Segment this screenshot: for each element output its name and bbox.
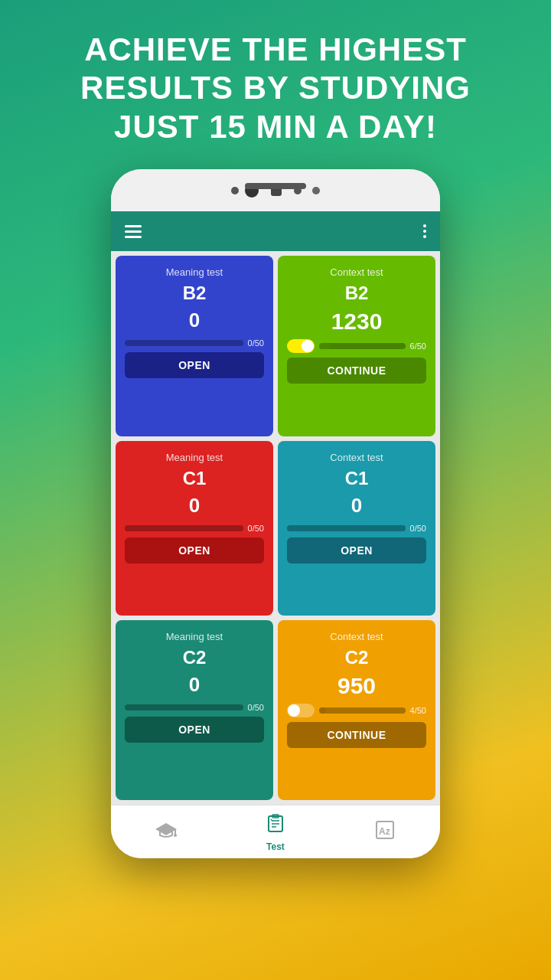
progress-bar-bg	[125, 704, 243, 710]
progress-text: 0/50	[248, 703, 264, 712]
card-score: 0	[351, 494, 362, 518]
continue-button-context-c2[interactable]: CONTINUE	[287, 722, 426, 748]
card-level: C1	[183, 468, 207, 489]
clipboard-list-icon	[265, 812, 286, 838]
card-meaning-c2: Meaning test C2 0 0/50 OPEN	[116, 620, 273, 800]
svg-marker-0	[155, 823, 177, 835]
progress-bar-bg	[319, 343, 406, 349]
card-score: 0	[189, 673, 200, 697]
card-label: Context test	[330, 266, 383, 278]
card-level: C1	[345, 468, 369, 489]
open-button-meaning-c1[interactable]: OPEN	[125, 537, 264, 564]
phone-frame: Meaning test B2 0 0/50 OPEN Context test…	[111, 169, 440, 858]
progress-bar-fill	[319, 707, 326, 714]
nav-label-test: Test	[266, 841, 285, 852]
headline: ACHIEVE THE HIGHEST RESULTS BY STUDYING …	[0, 0, 551, 169]
notch-bar	[245, 183, 306, 189]
card-context-c2: Context test C2 950 4/50 CONTINUE	[278, 620, 435, 800]
progress-text: 6/50	[410, 341, 426, 351]
card-score: 1230	[331, 309, 383, 335]
card-score: 950	[337, 673, 376, 699]
continue-button-context-b2[interactable]: CONTINUE	[287, 358, 426, 384]
az-icon: Az	[374, 819, 396, 845]
menu-button[interactable]	[125, 225, 142, 238]
side-dot	[312, 187, 320, 194]
toggle-knob	[302, 340, 314, 352]
nav-item-vocab[interactable]: Az	[359, 813, 411, 851]
toggle-container: 6/50	[287, 339, 426, 353]
open-button-meaning-b2[interactable]: OPEN	[125, 352, 264, 378]
dot-left	[231, 187, 239, 194]
card-score: 0	[189, 309, 200, 332]
more-button[interactable]	[423, 224, 426, 238]
card-meaning-c1: Meaning test C1 0 0/50 OPEN	[116, 441, 273, 616]
cards-container: Meaning test B2 0 0/50 OPEN Context test…	[111, 251, 440, 805]
toggle-switch[interactable]	[287, 704, 315, 717]
card-score: 0	[189, 494, 200, 518]
card-level: B2	[345, 283, 369, 304]
svg-line-8	[271, 819, 272, 821]
progress-text: 0/50	[248, 338, 264, 348]
svg-text:Az: Az	[379, 826, 390, 837]
progress-container: 0/50	[287, 524, 426, 533]
progress-container: 0/50	[125, 703, 264, 712]
card-meaning-b2: Meaning test B2 0 0/50 OPEN	[116, 256, 273, 436]
progress-container: 0/50	[125, 524, 264, 533]
card-level: C2	[183, 647, 207, 668]
phone-top-bar	[111, 169, 440, 211]
svg-point-2	[174, 834, 177, 837]
progress-text: 4/50	[410, 706, 426, 715]
card-label: Meaning test	[166, 452, 223, 463]
card-context-c1: Context test C1 0 0/50 OPEN	[278, 441, 435, 616]
card-context-b2: Context test B2 1230 6/50 CONTINUE	[278, 256, 435, 436]
card-level: B2	[183, 283, 207, 304]
phone-camera-area	[231, 184, 320, 198]
toggle-switch[interactable]	[287, 339, 315, 353]
progress-text: 0/50	[248, 524, 264, 533]
card-label: Context test	[330, 631, 383, 642]
card-level: C2	[345, 647, 369, 668]
progress-text: 0/50	[410, 524, 426, 533]
nav-item-learn[interactable]	[140, 813, 192, 851]
open-button-context-c1[interactable]: OPEN	[287, 537, 426, 564]
progress-bar-fill	[319, 343, 330, 349]
progress-container: 0/50	[125, 338, 264, 348]
card-label: Meaning test	[166, 631, 223, 642]
card-label: Meaning test	[166, 266, 223, 278]
app-header	[111, 211, 440, 251]
card-label: Context test	[330, 452, 383, 463]
toggle-container: 4/50	[287, 704, 426, 717]
progress-bar-bg	[125, 525, 243, 531]
graduation-cap-icon	[155, 819, 177, 845]
bottom-nav: Test Az	[111, 805, 440, 858]
open-button-meaning-c2[interactable]: OPEN	[125, 717, 264, 743]
toggle-knob	[288, 704, 300, 717]
progress-bar-bg	[125, 340, 243, 346]
progress-bar-bg	[319, 707, 406, 714]
nav-item-test[interactable]: Test	[249, 806, 302, 858]
progress-bar-bg	[287, 525, 406, 531]
